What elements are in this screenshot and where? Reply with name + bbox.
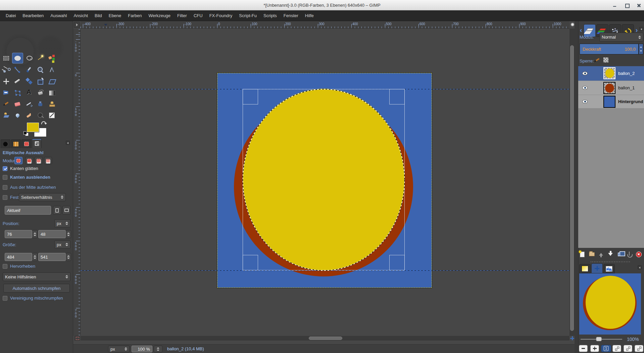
tabs-scroll-left-icon[interactable]: ‹ <box>578 26 584 34</box>
new-layer-button[interactable] <box>578 250 586 258</box>
fill-window-button[interactable] <box>624 345 632 352</box>
tab-tool-presets[interactable] <box>21 139 31 148</box>
dock-collapse-icon[interactable] <box>66 141 70 145</box>
position-x-input[interactable]: 76 <box>5 230 32 238</box>
tool-measure[interactable] <box>46 64 57 75</box>
tool-dodge-burn[interactable] <box>35 110 46 121</box>
tool-bucket-fill[interactable] <box>35 87 46 98</box>
duplicate-layer-button[interactable] <box>616 250 624 258</box>
tab-tool-options[interactable] <box>32 139 42 148</box>
layer-row-ballon1[interactable]: ballon_1 <box>578 81 644 95</box>
shrink-wrap-button[interactable] <box>635 345 643 352</box>
delete-layer-button[interactable] <box>635 250 643 258</box>
position-x-spinner[interactable] <box>32 230 38 238</box>
layer-name[interactable]: Hintergrund <box>618 99 643 104</box>
layer-name[interactable]: ballon_1 <box>618 85 635 90</box>
visibility-eye-icon[interactable] <box>582 72 588 75</box>
menu-hilfe[interactable]: Hilfe <box>302 11 317 20</box>
menu-werkzeuge[interactable]: Werkzeuge <box>146 11 174 20</box>
menu-auswahl[interactable]: Auswahl <box>47 11 70 20</box>
zoom-follow-window-icon[interactable] <box>570 22 575 27</box>
tool-crop[interactable] <box>12 76 23 87</box>
tab-brushes[interactable] <box>1 139 10 148</box>
maximize-icon[interactable] <box>625 3 629 8</box>
navigation-preview[interactable] <box>579 273 641 335</box>
tool-ink[interactable] <box>35 99 46 109</box>
layer-thumbnail[interactable] <box>603 67 615 79</box>
new-layer-group-button[interactable] <box>588 250 596 258</box>
menu-filter[interactable]: Filter <box>174 11 190 20</box>
tool-perspective-clone[interactable] <box>1 110 12 121</box>
layer-thumbnail[interactable] <box>603 82 615 94</box>
tool-rectangle-select[interactable] <box>1 53 12 63</box>
position-y-spinner[interactable] <box>66 230 71 238</box>
size-unit-dropdown[interactable]: px <box>54 240 70 249</box>
mode-subtract-button[interactable] <box>35 157 43 164</box>
tool-free-select[interactable] <box>23 53 35 63</box>
tool-eraser[interactable] <box>12 99 23 109</box>
menu-fenster[interactable]: Fenster <box>281 11 301 20</box>
tool-ellipse-select[interactable] <box>12 53 23 63</box>
mode-add-button[interactable] <box>25 157 33 164</box>
lock-alpha-icon[interactable] <box>603 57 608 62</box>
position-y-input[interactable]: 48 <box>38 230 66 238</box>
opacity-spinner[interactable] <box>639 44 643 54</box>
dock-separator-handle[interactable] <box>591 261 631 262</box>
tool-unified-transform[interactable] <box>23 76 35 87</box>
menu-farben[interactable]: Farben <box>125 11 145 20</box>
aspect-ratio-input[interactable]: Aktuell <box>5 206 51 215</box>
tab-histogram[interactable] <box>603 264 615 273</box>
tool-smudge[interactable] <box>23 110 35 121</box>
size-width-spinner[interactable] <box>32 253 38 261</box>
tool-scissors-select[interactable] <box>1 64 12 75</box>
tool-paths[interactable] <box>12 64 23 75</box>
dock-menu-icon[interactable] <box>639 27 643 31</box>
visibility-eye-icon[interactable] <box>582 100 588 103</box>
zoom-out-button[interactable] <box>579 345 588 352</box>
horizontal-scrollbar[interactable] <box>81 336 569 341</box>
layer-row-ballon2[interactable]: ballon_2 <box>578 66 644 81</box>
tool-paintbrush[interactable] <box>1 99 12 109</box>
antialias-checkbox[interactable] <box>3 166 7 171</box>
tool-scale[interactable] <box>35 76 46 87</box>
fixed-dropdown[interactable]: Seitenverhältnis <box>19 193 66 201</box>
layer-mode-dropdown[interactable]: Normal <box>599 33 643 42</box>
ruler-corner-button[interactable] <box>74 22 80 28</box>
menu-ansicht[interactable]: Ansicht <box>70 11 91 20</box>
tool-cage-transform[interactable] <box>12 87 23 98</box>
tool-perspective[interactable] <box>46 76 57 87</box>
size-width-input[interactable]: 484 <box>5 253 32 261</box>
tool-warp-transform[interactable] <box>46 110 57 121</box>
quick-mask-toggle[interactable] <box>75 336 80 341</box>
navigation-crosshair-icon[interactable] <box>570 336 575 341</box>
layer-list-empty-area[interactable] <box>578 108 644 248</box>
lower-layer-button[interactable] <box>606 250 614 258</box>
menu-ebene[interactable]: Ebene <box>106 11 125 20</box>
tool-select-by-color[interactable] <box>46 53 57 63</box>
layer-thumbnail[interactable] <box>603 96 615 108</box>
menu-bearbeiten[interactable]: Bearbeiten <box>19 11 47 20</box>
guides-dropdown[interactable]: Keine Hilfslinien <box>3 272 70 281</box>
statusbar-zoom-input[interactable]: 100 % <box>132 346 152 352</box>
dock2-menu-icon[interactable] <box>638 265 642 269</box>
tool-zoom[interactable] <box>35 64 46 75</box>
landscape-button[interactable] <box>62 206 70 215</box>
tool-color-picker[interactable] <box>23 64 35 75</box>
lock-pixels-icon[interactable] <box>593 56 601 64</box>
tool-airbrush[interactable] <box>23 99 35 109</box>
shrink-merged-checkbox[interactable] <box>3 296 7 301</box>
swap-colors-icon[interactable] <box>41 121 46 125</box>
raise-layer-button[interactable] <box>597 250 605 258</box>
vertical-ruler[interactable]: -100 0 100 200 300 400 500 600 700 <box>73 29 81 336</box>
foreground-color-swatch[interactable] <box>27 123 39 132</box>
tool-move[interactable] <box>1 76 12 87</box>
mode-replace-button[interactable] <box>14 157 22 164</box>
tab-navigation[interactable] <box>591 263 603 273</box>
highlight-checkbox[interactable] <box>3 264 7 269</box>
fit-image-in-window-button[interactable] <box>612 345 621 352</box>
layer-name[interactable]: ballon_2 <box>618 71 635 76</box>
vertical-scrollbar[interactable] <box>569 29 575 336</box>
portrait-button[interactable] <box>53 206 61 215</box>
tool-flip[interactable] <box>1 87 12 98</box>
tool-gradient[interactable] <box>46 87 57 98</box>
